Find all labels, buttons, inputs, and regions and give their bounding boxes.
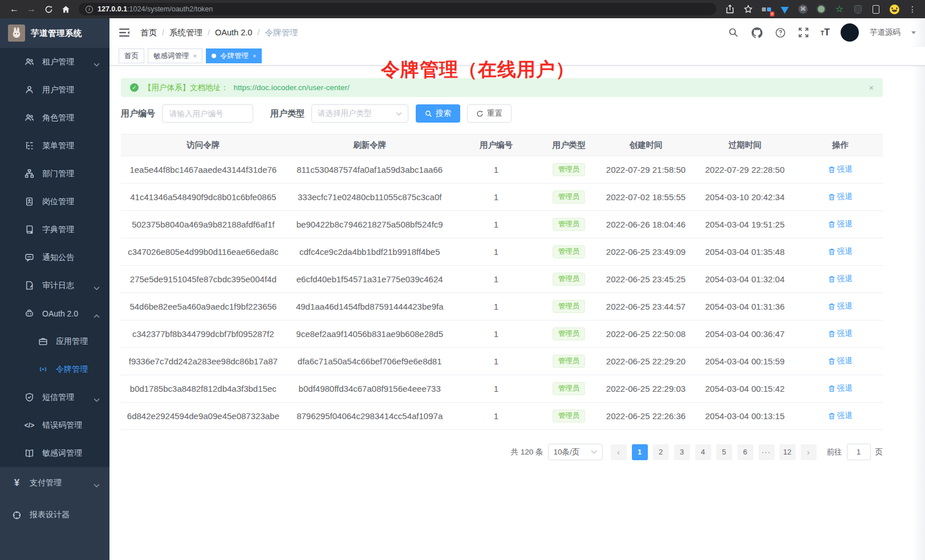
breadcrumb-separator: /: [208, 28, 210, 37]
sidebar-item-敏感词管理[interactable]: 敏感词管理: [0, 439, 109, 467]
extensions-icon[interactable]: 9: [761, 3, 772, 15]
sidebar-item-租户管理[interactable]: 租户管理: [0, 48, 109, 76]
trash-icon: [828, 248, 835, 255]
sidebar-item-审计日志[interactable]: 审计日志: [0, 271, 109, 299]
user-id-cell: 1: [454, 238, 538, 266]
token-table: 访问令牌刷新令牌用户编号用户类型创建时间过期时间操作 1ea5e44f8bc14…: [121, 134, 883, 430]
command-extension-icon[interactable]: ⌘: [797, 3, 809, 15]
sidebar-item-应用管理[interactable]: 应用管理: [0, 327, 109, 355]
pin-extension-icon[interactable]: [852, 3, 863, 15]
app-logo-row[interactable]: 芋道管理系统: [0, 18, 109, 48]
search-form: 用户编号 用户类型 请选择用户类型 搜索 重置: [121, 104, 883, 123]
search-icon[interactable]: [727, 26, 740, 39]
force-logout-button[interactable]: 强退: [828, 328, 853, 339]
total-count: 共 120 条: [510, 447, 543, 457]
browser-menu-icon[interactable]: ⋮: [907, 3, 918, 15]
font-size-icon[interactable]: TT: [821, 27, 830, 38]
trash-icon: [828, 221, 835, 228]
chevron-icon: [94, 480, 100, 489]
sidebar-item-角色管理[interactable]: 角色管理: [0, 104, 109, 132]
force-logout-button[interactable]: 强退: [828, 411, 853, 421]
back-icon[interactable]: ←: [7, 2, 22, 17]
search-button[interactable]: 搜索: [416, 104, 460, 123]
bookmark-star-icon[interactable]: [743, 3, 754, 15]
help-icon[interactable]: [774, 26, 786, 39]
share-icon[interactable]: [724, 3, 736, 15]
sidebar-item-令牌管理[interactable]: 令牌管理: [0, 355, 109, 383]
page-button-1[interactable]: 1: [632, 444, 648, 460]
alert-doc-link[interactable]: https://doc.iocoder.cn/user-center/: [234, 83, 350, 92]
user-type-cell: 管理员: [538, 320, 599, 348]
breadcrumb-item[interactable]: 首页: [140, 27, 157, 38]
next-page-button[interactable]: ›: [801, 444, 817, 460]
user-menu-caret-icon[interactable]: [911, 31, 916, 34]
force-logout-button[interactable]: 强退: [828, 356, 853, 366]
force-logout-button[interactable]: 强退: [828, 274, 853, 284]
expire-time-cell: 2054-03-04 01:35:48: [692, 238, 797, 266]
reload-icon[interactable]: [41, 2, 56, 17]
force-logout-button[interactable]: 强退: [828, 301, 853, 311]
collapse-sidebar-icon[interactable]: [119, 26, 131, 39]
sidebar-item-短信管理[interactable]: 短信管理: [0, 383, 109, 411]
log-icon: [25, 281, 34, 290]
breadcrumb-item: 令牌管理: [265, 27, 298, 38]
action-cell: 强退: [797, 156, 883, 184]
close-tab-icon[interactable]: ×: [253, 52, 256, 59]
page-button-5[interactable]: 5: [716, 444, 732, 460]
home-icon[interactable]: [58, 2, 73, 17]
prev-page-button[interactable]: ‹: [611, 444, 627, 460]
force-logout-button[interactable]: 强退: [828, 383, 853, 393]
sidebar-item-报表设计器[interactable]: 报表设计器: [0, 499, 109, 531]
page-ellipsis[interactable]: ···: [758, 444, 774, 460]
sidebar-item-用户管理[interactable]: 用户管理: [0, 76, 109, 104]
reader-extension-icon[interactable]: [870, 3, 882, 15]
expire-time-cell: 2054-03-04 00:15:42: [692, 375, 797, 403]
view-tab-敏感词管理[interactable]: 敏感词管理 ×: [148, 48, 202, 63]
forward-icon[interactable]: →: [24, 2, 39, 17]
user-type-select[interactable]: 请选择用户类型: [311, 104, 408, 123]
users-icon: [25, 113, 34, 123]
sidebar-item-错误码管理[interactable]: </> 错误码管理: [0, 411, 109, 439]
emoji-extension-icon[interactable]: [889, 3, 900, 15]
user-icon: [25, 85, 34, 95]
sidebar-menu: 租户管理 用户管理 角色管理 菜单管理 部门管理 岗位管理 字典管理 通知公告 …: [0, 48, 109, 560]
action-cell: 强退: [797, 184, 883, 211]
page-button-4[interactable]: 4: [695, 444, 711, 460]
sidebar-item-通知公告[interactable]: 通知公告: [0, 244, 109, 271]
user-type-badge: 管理员: [553, 355, 586, 368]
force-logout-button[interactable]: 强退: [828, 192, 853, 202]
page-size-select[interactable]: 10条/页: [548, 444, 603, 460]
sidebar-item-菜单管理[interactable]: 菜单管理: [0, 132, 109, 160]
page-button-3[interactable]: 3: [674, 444, 690, 460]
page-button-12[interactable]: 12: [780, 444, 796, 460]
avatar[interactable]: [841, 23, 859, 42]
site-info-icon[interactable]: i: [86, 6, 93, 13]
star-extension-icon[interactable]: ☆: [834, 3, 845, 15]
page-button-2[interactable]: 2: [653, 444, 669, 460]
username[interactable]: 芋道源码: [870, 27, 900, 38]
view-tab-令牌管理[interactable]: 令牌管理 ×: [206, 48, 262, 63]
sidebar-item-支付管理[interactable]: ¥ 支付管理: [0, 467, 109, 499]
sidebar-item-岗位管理[interactable]: 岗位管理: [0, 188, 109, 216]
sidebar-item-OAuth 2.0[interactable]: OAuth 2.0: [0, 299, 109, 327]
goto-page-input[interactable]: [847, 444, 871, 460]
sidebar-item-部门管理[interactable]: 部门管理: [0, 160, 109, 188]
github-icon[interactable]: [750, 26, 763, 39]
green-dot-extension-icon[interactable]: [816, 3, 827, 15]
close-tab-icon[interactable]: ×: [193, 52, 197, 59]
reset-button[interactable]: 重置: [467, 104, 512, 123]
alert-close-icon[interactable]: ×: [869, 83, 874, 92]
fullscreen-icon[interactable]: [797, 26, 810, 39]
breadcrumb-item[interactable]: 系统管理: [169, 27, 202, 38]
force-logout-button[interactable]: 强退: [828, 246, 853, 257]
breadcrumb-item[interactable]: OAuth 2.0: [215, 28, 252, 37]
sidebar-item-字典管理[interactable]: 字典管理: [0, 216, 109, 244]
user-id-input[interactable]: [162, 104, 253, 123]
force-logout-button[interactable]: 强退: [828, 219, 853, 229]
url-bar[interactable]: i 127.0.0.1:1024/system/oauth2/token: [79, 3, 716, 15]
view-tab-首页[interactable]: 首页: [119, 48, 144, 63]
gem-extension-icon[interactable]: [779, 3, 790, 15]
force-logout-button[interactable]: 强退: [828, 164, 853, 175]
refresh-token-cell: be90422b8c7946218275a508bf524fc9: [286, 211, 454, 238]
page-button-6[interactable]: 6: [737, 444, 753, 460]
